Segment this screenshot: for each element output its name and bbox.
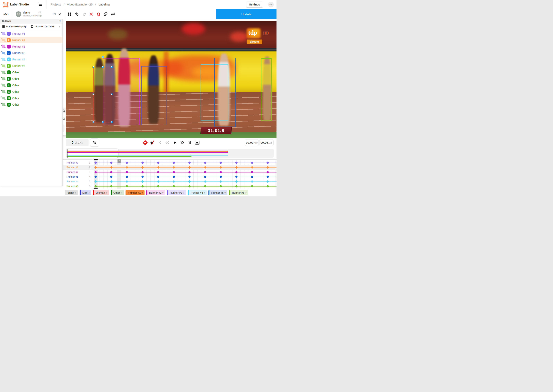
keyframe-diamond[interactable] [125, 180, 128, 183]
keyframe-diamond[interactable] [94, 161, 97, 164]
timeline-row-label[interactable]: Runner #2 [67, 171, 78, 174]
play-icon[interactable] [173, 140, 177, 145]
keyframe-diamond[interactable] [125, 171, 128, 174]
region-row-runner-6-6[interactable]: 6Runner #6 [0, 63, 62, 69]
region-row-runner-3-1[interactable]: 1Runner #3 [0, 30, 62, 37]
label-chip-runner-2[interactable]: Runner #26 [146, 190, 165, 195]
keyframe-diamond[interactable] [110, 175, 113, 178]
keyframe-diamond[interactable] [235, 185, 238, 188]
grid-view-icon[interactable] [68, 12, 72, 16]
keyframe-diamond[interactable] [188, 185, 191, 188]
user-avatar[interactable]: DE [268, 2, 274, 7]
keyframe-diamond[interactable] [219, 185, 222, 188]
order-selector[interactable]: Ordered by Time [35, 25, 54, 28]
keyframe-diamond[interactable] [125, 185, 128, 188]
keyframe-diamond[interactable] [141, 171, 144, 174]
sort-direction-icon[interactable]: ↑ [59, 25, 60, 28]
relations-settings-icon[interactable] [111, 12, 115, 16]
region-row-other-8[interactable]: 8Other [0, 76, 62, 82]
minimap-playhead[interactable] [67, 149, 68, 158]
resize-handle[interactable] [92, 66, 94, 68]
region-row-other-10[interactable]: 10Other [0, 88, 62, 95]
keyframe-diamond[interactable] [157, 166, 159, 169]
manual-grouping-selector[interactable]: Manual Grouping [6, 25, 26, 28]
label-chip-runner-4[interactable]: Runner #48 [188, 190, 207, 195]
keyframe-diamond[interactable] [204, 175, 207, 178]
bbox-runner-5[interactable] [214, 58, 236, 127]
update-button[interactable]: Update [216, 9, 276, 19]
video-canvas[interactable]: tdp HD directo 31:01.8 [66, 21, 276, 138]
label-chip-runner-3[interactable]: Runner #37 [167, 190, 186, 195]
keyframe-diamond[interactable] [266, 171, 269, 174]
keyframe-diamond[interactable] [219, 161, 222, 164]
rewind-icon[interactable] [165, 140, 170, 145]
keyframe-diamond[interactable] [235, 180, 238, 183]
keyframe-diamond[interactable] [173, 180, 175, 183]
keyframe-diamond[interactable] [188, 171, 191, 174]
zoom-tool-button[interactable] [90, 139, 99, 147]
timeline-collapse-icon[interactable] [195, 140, 200, 145]
keyframe-diamond[interactable] [235, 171, 238, 174]
keyframe-diamond[interactable] [94, 175, 97, 178]
outliner-collapse-icon[interactable]: ◀ [59, 20, 60, 22]
keyframe-diamond[interactable] [204, 185, 207, 188]
resize-handle[interactable] [111, 66, 112, 68]
keyframe-diamond[interactable] [235, 161, 238, 164]
keyframe-diamond[interactable] [219, 180, 222, 183]
label-chip-runner-1[interactable]: Runner #15 [125, 190, 145, 195]
keyframe-diamond[interactable] [94, 180, 97, 183]
undo-icon[interactable] [75, 12, 79, 16]
keyframe-diamond[interactable] [94, 166, 97, 169]
keyframe-diamond[interactable] [141, 180, 144, 183]
keyframe-diamond[interactable] [266, 185, 269, 188]
keyframe-diamond[interactable] [188, 180, 191, 183]
keyframe-diamond[interactable] [219, 175, 222, 178]
keyframe-diamond[interactable] [266, 180, 269, 183]
region-row-other-7[interactable]: 7Other [0, 69, 62, 76]
region-row-other-11[interactable]: 11Other [0, 95, 62, 101]
keyframe-diamond[interactable] [235, 175, 238, 178]
timeline-row-label[interactable]: Runner #3 [67, 161, 78, 164]
keyframe-diamond[interactable] [110, 185, 113, 188]
keyframe-diamond[interactable] [125, 161, 128, 164]
resize-handle[interactable] [111, 121, 112, 123]
breadcrumb-projects[interactable]: Projects [50, 3, 61, 6]
keyframe-diamond[interactable] [125, 166, 128, 169]
reject-annotation-icon[interactable] [89, 12, 94, 16]
keyframe-diamond[interactable] [157, 185, 159, 188]
resize-handle[interactable] [92, 121, 94, 123]
timeline-row-label[interactable]: Runner #4 [67, 180, 78, 183]
label-chip-runner-5[interactable]: Runner #59 [208, 190, 228, 195]
keyframe-diamond[interactable] [110, 161, 113, 164]
keyframe-diamond[interactable] [251, 161, 253, 164]
details-collapse-icon[interactable] [63, 109, 66, 112]
timeline-row-label[interactable]: Runner #6 [67, 185, 78, 188]
label-chip-woman[interactable]: Woman3 [93, 190, 109, 195]
region-row-runner-5-4[interactable]: 4Runner #5 [0, 50, 62, 56]
keyframe-diamond[interactable] [110, 166, 113, 169]
keyframe-diamond[interactable] [173, 166, 175, 169]
resize-handle[interactable] [92, 93, 94, 95]
redo-icon[interactable] [82, 12, 86, 16]
region-row-runner-2-3[interactable]: 3Runner #2 [0, 43, 62, 50]
settings-button[interactable]: Settings [246, 1, 263, 8]
keyframe-diamond[interactable] [94, 171, 97, 174]
keyframe-diamond[interactable] [94, 185, 97, 188]
bbox-runner-6[interactable] [261, 58, 272, 121]
breadcrumb-project-name[interactable]: Video Example - 25 [67, 3, 93, 6]
label-chip-blank[interactable]: blank1 [65, 190, 78, 195]
keyframe-diamond[interactable] [157, 161, 159, 164]
rotation-handle[interactable] [102, 56, 104, 58]
region-row-runner-1-2[interactable]: 2Runner #1 [0, 37, 62, 43]
pager-chevron-down-icon[interactable] [58, 13, 61, 15]
keyframe-diamond[interactable] [173, 171, 175, 174]
keyframe-diamond[interactable] [266, 175, 269, 178]
keyframe-diamond[interactable] [204, 166, 207, 169]
resize-handle[interactable] [111, 93, 112, 95]
first-frame-icon[interactable] [158, 140, 162, 145]
bbox-runner-1[interactable] [93, 67, 112, 122]
keyframe-diamond[interactable] [235, 166, 238, 169]
keyframe-diamond[interactable] [110, 171, 113, 174]
keyframe-diamond[interactable] [266, 166, 269, 169]
keyframe-diamond[interactable] [173, 161, 175, 164]
